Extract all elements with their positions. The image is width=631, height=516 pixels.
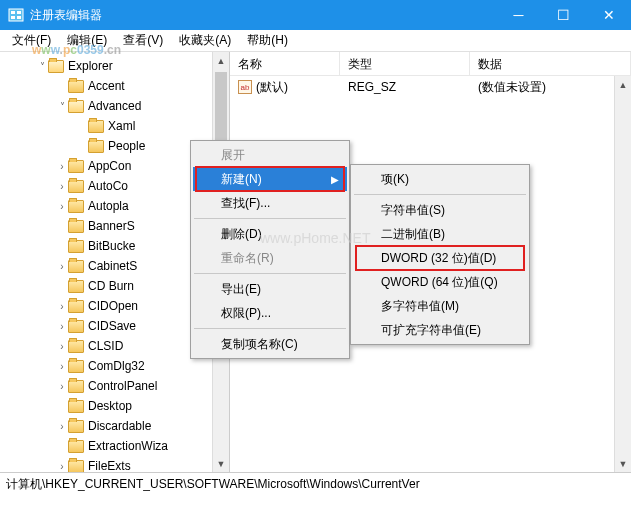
folder-icon: [68, 420, 84, 433]
menu-item-label: 二进制值(B): [381, 226, 445, 243]
tree-item-label: BannerS: [88, 219, 135, 233]
tree-item[interactable]: Xaml: [0, 116, 229, 136]
menu-item: 展开: [193, 143, 347, 167]
menu-item[interactable]: 收藏夹(A): [171, 30, 239, 51]
menu-item-label: 权限(P)...: [221, 305, 271, 322]
chevron-down-icon[interactable]: ˅: [56, 101, 68, 112]
menu-item: 重命名(R): [193, 246, 347, 270]
context-menu-new: 项(K)字符串值(S)二进制值(B)DWORD (32 位)值(D)QWORD …: [350, 164, 530, 345]
chevron-right-icon[interactable]: ›: [56, 301, 68, 312]
menu-item[interactable]: 查找(F)...: [193, 191, 347, 215]
submenu-arrow-icon: ▶: [331, 174, 339, 185]
folder-icon: [68, 440, 84, 453]
menu-item-label: 项(K): [381, 171, 409, 188]
menu-item-label: 可扩充字符串值(E): [381, 322, 481, 339]
menu-item-label: 新建(N): [221, 171, 262, 188]
list-scrollbar[interactable]: ▲ ▼: [614, 76, 631, 472]
tree-item-label: Autopla: [88, 199, 129, 213]
menu-item-label: DWORD (32 位)值(D): [381, 250, 496, 267]
tree-item[interactable]: Accent: [0, 76, 229, 96]
tree-item-label: Desktop: [88, 399, 132, 413]
app-icon: [8, 7, 24, 23]
folder-icon: [68, 360, 84, 373]
folder-icon: [68, 300, 84, 313]
menu-item[interactable]: 删除(D): [193, 222, 347, 246]
chevron-right-icon[interactable]: ›: [56, 201, 68, 212]
tree-item-label: BitBucke: [88, 239, 135, 253]
col-header-name[interactable]: 名称: [230, 52, 340, 75]
col-header-type[interactable]: 类型: [340, 52, 470, 75]
chevron-right-icon[interactable]: ›: [56, 261, 68, 272]
svg-rect-1: [11, 11, 15, 14]
menu-item[interactable]: 帮助(H): [239, 30, 296, 51]
menu-item[interactable]: 查看(V): [115, 30, 171, 51]
scroll-down-button[interactable]: ▼: [615, 455, 631, 472]
menu-item[interactable]: 权限(P)...: [193, 301, 347, 325]
menu-item-label: 字符串值(S): [381, 202, 445, 219]
folder-icon: [68, 240, 84, 253]
menu-item[interactable]: 可扩充字符串值(E): [353, 318, 527, 342]
chevron-right-icon[interactable]: ›: [56, 321, 68, 332]
menu-item-label: 导出(E): [221, 281, 261, 298]
folder-icon: [48, 60, 64, 73]
tree-item[interactable]: ˅Advanced: [0, 96, 229, 116]
folder-icon: [88, 120, 104, 133]
menu-item[interactable]: 导出(E): [193, 277, 347, 301]
col-header-data[interactable]: 数据: [470, 52, 631, 75]
tree-item[interactable]: ›FileExts: [0, 456, 229, 472]
chevron-right-icon[interactable]: ›: [56, 161, 68, 172]
chevron-right-icon[interactable]: ›: [56, 461, 68, 472]
statusbar: 计算机\HKEY_CURRENT_USER\SOFTWARE\Microsoft…: [0, 472, 631, 494]
tree-item-label: Xaml: [108, 119, 135, 133]
menu-item[interactable]: 新建(N)▶: [193, 167, 347, 191]
tree-item-label: Accent: [88, 79, 125, 93]
tree-item[interactable]: ExtractionWiza: [0, 436, 229, 456]
menu-item-label: 重命名(R): [221, 250, 274, 267]
menu-item[interactable]: 二进制值(B): [353, 222, 527, 246]
menu-item-label: 展开: [221, 147, 245, 164]
minimize-button[interactable]: ─: [496, 0, 541, 30]
tree-item[interactable]: Desktop: [0, 396, 229, 416]
scroll-up-button[interactable]: ▲: [615, 76, 631, 93]
tree-item[interactable]: ›Discardable: [0, 416, 229, 436]
svg-rect-2: [17, 11, 21, 14]
chevron-right-icon[interactable]: ›: [56, 381, 68, 392]
chevron-right-icon[interactable]: ›: [56, 181, 68, 192]
tree-item-label: AutoCo: [88, 179, 128, 193]
menu-item[interactable]: 字符串值(S): [353, 198, 527, 222]
close-button[interactable]: ✕: [586, 0, 631, 30]
tree-item-label: Discardable: [88, 419, 151, 433]
menu-item[interactable]: DWORD (32 位)值(D): [353, 246, 527, 270]
tree-item[interactable]: ›ComDlg32: [0, 356, 229, 376]
tree-item[interactable]: ›ControlPanel: [0, 376, 229, 396]
chevron-right-icon[interactable]: ›: [56, 361, 68, 372]
chevron-right-icon[interactable]: ›: [56, 341, 68, 352]
menu-item[interactable]: 复制项名称(C): [193, 332, 347, 356]
menu-item[interactable]: 项(K): [353, 167, 527, 191]
chevron-right-icon[interactable]: ›: [56, 421, 68, 432]
highlight-box: [195, 166, 345, 192]
menu-item[interactable]: 文件(F): [4, 30, 59, 51]
tree-item-label: FileExts: [88, 459, 131, 472]
menu-item[interactable]: 多字符串值(M): [353, 294, 527, 318]
folder-icon: [68, 160, 84, 173]
scroll-down-button[interactable]: ▼: [213, 455, 229, 472]
value-name: (默认): [256, 80, 288, 94]
list-row[interactable]: ab(默认)REG_SZ(数值未设置): [230, 76, 631, 98]
folder-icon: [88, 140, 104, 153]
list-header: 名称 类型 数据: [230, 52, 631, 76]
svg-rect-0: [9, 9, 23, 21]
menu-separator: [194, 328, 346, 329]
tree-item[interactable]: ˅Explorer: [0, 56, 229, 76]
maximize-button[interactable]: ☐: [541, 0, 586, 30]
folder-icon: [68, 400, 84, 413]
chevron-down-icon[interactable]: ˅: [36, 61, 48, 72]
menu-item[interactable]: QWORD (64 位)值(Q): [353, 270, 527, 294]
menu-item[interactable]: 编辑(E): [59, 30, 115, 51]
menu-separator: [194, 273, 346, 274]
tree-item-label: CLSID: [88, 339, 123, 353]
folder-icon: [68, 460, 84, 473]
tree-item-label: CabinetS: [88, 259, 137, 273]
tree-item-label: ComDlg32: [88, 359, 145, 373]
scroll-up-button[interactable]: ▲: [213, 52, 229, 69]
